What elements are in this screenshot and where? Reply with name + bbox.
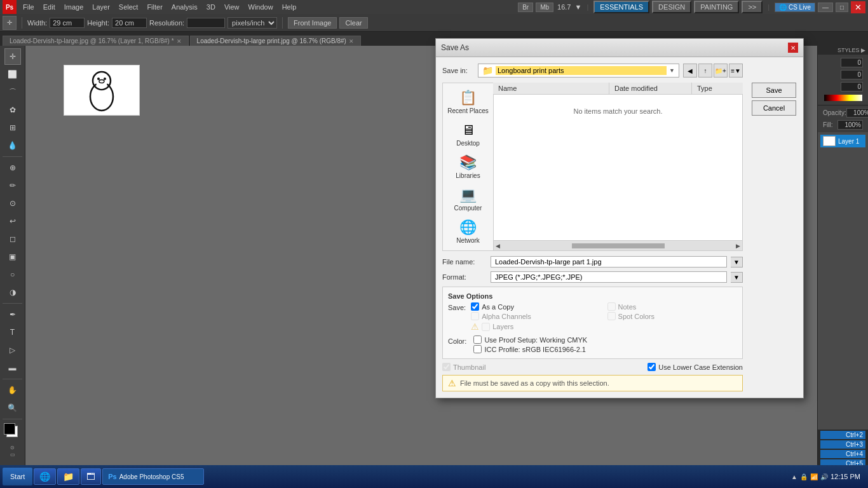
menu-image[interactable]: Image: [60, 2, 88, 12]
tool-move-icon[interactable]: ✛: [3, 16, 17, 30]
taskbar-folder-button[interactable]: 📁: [57, 468, 79, 485]
design-workspace[interactable]: DESIGN: [652, 1, 691, 13]
format-input[interactable]: [491, 271, 727, 283]
hand-tool[interactable]: ✋: [4, 382, 21, 398]
width-input[interactable]: [50, 18, 85, 28]
restore-button[interactable]: □: [836, 3, 848, 12]
color-swatches[interactable]: [4, 423, 22, 441]
menu-filter[interactable]: Filter: [143, 2, 166, 12]
menu-view[interactable]: View: [220, 2, 243, 12]
lasso-tool[interactable]: ⌒: [4, 84, 21, 100]
height-input[interactable]: [112, 18, 147, 28]
resolution-unit-select[interactable]: pixels/inch: [227, 17, 277, 29]
blur-tool[interactable]: ○: [4, 266, 21, 283]
col-date[interactable]: Date modified: [609, 83, 692, 94]
spot-colors-checkbox[interactable]: [607, 312, 616, 320]
nav-back-button[interactable]: ◀: [683, 64, 697, 78]
tab-1[interactable]: Loaded-Dervish-tp-large print.jpg @ 16.7…: [190, 36, 361, 46]
menu-layer[interactable]: Layer: [88, 2, 114, 12]
save-button[interactable]: Save: [752, 83, 796, 98]
history-tool[interactable]: ↩: [4, 213, 21, 229]
cs-live-button[interactable]: 🌐 CS Live: [775, 3, 815, 12]
zoom-tool[interactable]: 🔍: [4, 400, 21, 416]
quick-mask-icon[interactable]: ⊙: [10, 445, 15, 451]
marquee-tool[interactable]: ⬜: [4, 66, 21, 83]
nav-recent-places[interactable]: 📋 Recent Places: [443, 86, 493, 118]
move-tool[interactable]: ✛: [4, 48, 21, 65]
ctrl2-btn[interactable]: Ctrl+2: [820, 431, 865, 439]
layers-checkbox[interactable]: [482, 323, 490, 331]
nav-new-folder-button[interactable]: 📁+: [714, 64, 728, 78]
menu-file[interactable]: File: [19, 2, 38, 12]
resolution-input[interactable]: [187, 18, 225, 28]
text-tool[interactable]: T: [4, 324, 21, 341]
hide-icons-btn[interactable]: ▲: [791, 473, 797, 480]
scroll-right-btn[interactable]: ▶: [734, 243, 742, 249]
horizontal-scrollbar[interactable]: ◀ ▶: [493, 241, 743, 251]
fill-input[interactable]: [837, 120, 863, 130]
brush-tool[interactable]: ✏: [4, 177, 21, 194]
as-a-copy-checkbox[interactable]: [471, 302, 479, 311]
notes-checkbox[interactable]: [607, 302, 616, 311]
icc-profile-checkbox[interactable]: [473, 345, 482, 353]
nav-computer[interactable]: 💻 Computer: [443, 183, 493, 215]
nav-libraries[interactable]: 📚 Libraries: [443, 151, 493, 183]
nav-network[interactable]: 🌐 Network: [443, 215, 493, 248]
clear-button[interactable]: Clear: [339, 17, 367, 29]
crop-tool[interactable]: ⊞: [4, 119, 21, 136]
filename-input[interactable]: [491, 256, 727, 268]
mini-bridge-button[interactable]: Mb: [536, 3, 553, 12]
thumbnail-checkbox[interactable]: [442, 363, 451, 371]
eyedropper-tool[interactable]: 💧: [4, 137, 21, 154]
menu-3d[interactable]: 3D: [203, 2, 219, 12]
blue-value[interactable]: [841, 82, 863, 92]
taskbar-ps-button[interactable]: Ps Adobe Photoshop CS5: [102, 468, 204, 485]
opacity-input[interactable]: [846, 108, 868, 118]
taskbar-window-button[interactable]: 🗔: [81, 468, 101, 485]
more-workspaces[interactable]: >>: [742, 1, 763, 13]
red-value[interactable]: [841, 58, 863, 67]
cancel-button[interactable]: Cancel: [752, 100, 796, 116]
close-app-button[interactable]: ✕: [851, 1, 865, 13]
healing-tool[interactable]: ⊕: [4, 159, 21, 176]
tab-0-close[interactable]: ✕: [177, 38, 182, 44]
nav-desktop[interactable]: 🖥 Desktop: [443, 118, 493, 151]
menu-analysis[interactable]: Analysis: [168, 2, 201, 12]
essentials-workspace[interactable]: ESSENTIALS: [593, 1, 649, 13]
alpha-channels-checkbox[interactable]: [471, 312, 479, 320]
green-value[interactable]: [841, 70, 863, 79]
tab-1-close[interactable]: ✕: [349, 38, 354, 44]
menu-help[interactable]: Help: [278, 2, 301, 12]
screen-mode-icon[interactable]: ▭: [10, 452, 15, 458]
col-name[interactable]: Name: [493, 83, 609, 94]
format-dropdown-btn[interactable]: ▼: [731, 272, 743, 283]
minimize-button[interactable]: —: [818, 3, 833, 12]
menu-window[interactable]: Window: [245, 2, 277, 12]
scroll-thumb[interactable]: [572, 243, 665, 248]
path-tool[interactable]: ▷: [4, 342, 21, 358]
tab-0[interactable]: Loaded-Dervish-tp-large.jpg @ 16.7% (Lay…: [3, 36, 189, 46]
front-image-button[interactable]: Front Image: [288, 17, 337, 29]
proof-setup-checkbox[interactable]: [473, 336, 482, 344]
eraser-tool[interactable]: ◻: [4, 231, 21, 247]
menu-edit[interactable]: Edit: [39, 2, 59, 12]
shape-tool[interactable]: ▬: [4, 360, 21, 376]
save-as-dialog[interactable]: Save As ✕ Save in: 📁 Longboard print par…: [435, 38, 804, 398]
col-type[interactable]: Type: [692, 83, 743, 94]
nav-up-button[interactable]: ↑: [698, 64, 712, 78]
start-button[interactable]: Start: [3, 468, 32, 485]
save-in-dropdown[interactable]: 📁 Longboard print parts ▼: [478, 64, 679, 78]
lower-case-checkbox[interactable]: [648, 363, 656, 371]
clone-tool[interactable]: ⊙: [4, 195, 21, 212]
gradient-tool[interactable]: ▣: [4, 248, 21, 265]
layer-item-active[interactable]: Layer 1: [820, 135, 865, 147]
quick-select-tool[interactable]: ✿: [4, 102, 21, 118]
ctrl3-btn[interactable]: Ctrl+3: [820, 440, 865, 449]
menu-select[interactable]: Select: [115, 2, 142, 12]
bridge-button[interactable]: Br: [518, 3, 533, 12]
dodge-tool[interactable]: ◑: [4, 284, 21, 301]
filename-dropdown-btn[interactable]: ▼: [731, 257, 743, 268]
dialog-close-button[interactable]: ✕: [788, 43, 798, 53]
scroll-left-btn[interactable]: ◀: [494, 243, 502, 249]
painting-workspace[interactable]: PAINTING: [694, 1, 739, 13]
